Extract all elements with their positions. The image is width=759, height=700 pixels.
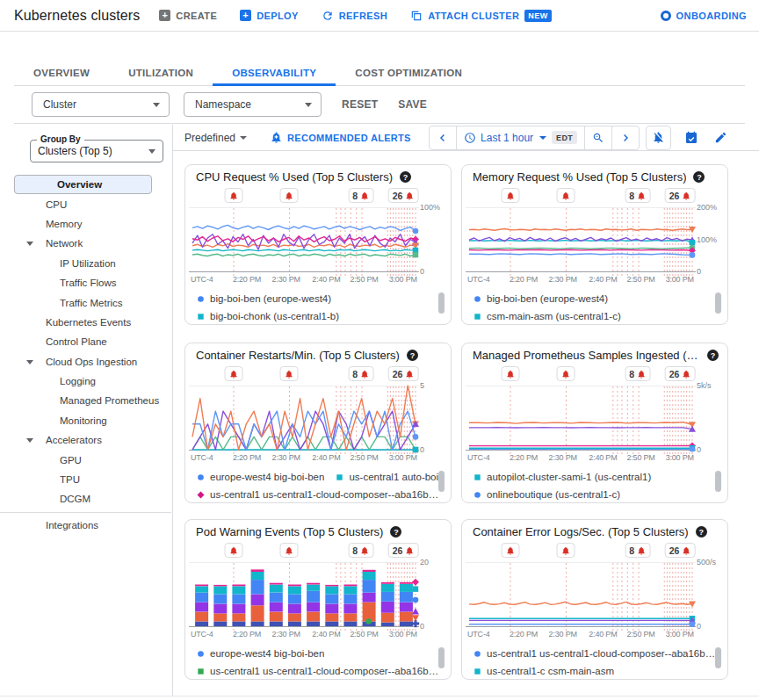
legend-item[interactable]: us-central1 auto-boi	[335, 472, 438, 482]
time-back-button[interactable]	[430, 126, 456, 149]
alert-chip[interactable]: 8	[348, 188, 373, 203]
tab-cost-optimization[interactable]: COST OPTIMIZATION	[336, 61, 481, 86]
sidebar-item-integrations[interactable]: Integrations	[0, 516, 171, 535]
legend-scrollbar[interactable]	[715, 647, 721, 668]
zoom-out-button[interactable]	[584, 126, 611, 149]
calendar-button[interactable]	[683, 129, 700, 147]
chart-card-cpu-request-used-top-5-cluster: CPU Request % Used (Top 5 Clusters)?8261…	[184, 164, 452, 325]
legend-item[interactable]: big-boi-ben (europe-west4)	[196, 293, 331, 304]
alert-chip[interactable]: 26	[388, 188, 419, 203]
tab-observability[interactable]: OBSERVABILITY	[213, 61, 336, 86]
alert-chip[interactable]: 8	[625, 543, 650, 558]
tab-utilization[interactable]: UTILIZATION	[109, 61, 213, 86]
legend-scrollbar[interactable]	[438, 292, 445, 314]
alert-bell-icon	[404, 369, 414, 379]
legend-scrollbar[interactable]	[438, 647, 445, 668]
tab-overview[interactable]: OVERVIEW	[14, 61, 109, 86]
alert-chip[interactable]	[501, 188, 519, 203]
sidebar-item-monitoring[interactable]: Monitoring	[0, 411, 171, 430]
sidebar-item-dcgm[interactable]: DCGM	[0, 489, 171, 509]
legend-item[interactable]: onlineboutique (us-central1-c)	[473, 489, 620, 500]
collapse-arrow-icon[interactable]	[26, 438, 33, 443]
sidebar-item-kubernetes-events[interactable]: Kubernetes Events	[0, 313, 171, 332]
sidebar-item-memory[interactable]: Memory	[0, 214, 171, 234]
legend-item[interactable]: europe-west4 big-boi-ben	[196, 472, 324, 482]
legend-item[interactable]: us-central1-c csm-main-asm	[473, 666, 614, 676]
refresh-button[interactable]: REFRESH	[322, 10, 387, 22]
alert-chip[interactable]: 8	[348, 366, 373, 381]
alert-chip[interactable]	[224, 543, 242, 558]
alert-bell-icon	[636, 369, 646, 379]
attach-cluster-icon	[410, 10, 423, 22]
reset-button[interactable]: RESET	[342, 98, 378, 111]
sidebar-item-tpu[interactable]: TPU	[0, 470, 171, 489]
sidebar-item-traffic-flows[interactable]: Traffic Flows	[0, 273, 171, 292]
alert-chip[interactable]	[501, 366, 519, 381]
alert-chip[interactable]: 26	[665, 366, 696, 381]
x-axis: UTC-42:20 PM2:30 PM2:40 PM2:50 PM3:00 PM	[185, 275, 451, 285]
sidebar-item-traffic-metrics[interactable]: Traffic Metrics	[0, 292, 171, 312]
legend-item[interactable]: us-central1 us-central1-cloud-composer--…	[473, 648, 715, 659]
namespace-filter[interactable]: Namespace	[184, 92, 322, 117]
collapse-arrow-icon[interactable]	[26, 360, 33, 364]
x-axis: UTC-42:20 PM2:30 PM2:40 PM2:50 PM3:00 PM	[462, 453, 727, 463]
alert-chip[interactable]	[557, 543, 575, 558]
alert-chip[interactable]: 8	[625, 366, 650, 381]
alert-chip[interactable]	[224, 366, 242, 381]
alert-chip[interactable]: 8	[348, 543, 373, 558]
recommended-alerts-button[interactable]: RECOMMENDED ALERTS	[270, 131, 411, 144]
alert-chip[interactable]	[557, 188, 575, 203]
legend-item[interactable]: big-boi-ben (europe-west4)	[473, 293, 608, 304]
legend-item[interactable]: csm-main-asm (us-central1-c)	[473, 311, 621, 321]
legend-item[interactable]: us-central1 us-central1-cloud-composer--…	[196, 489, 438, 500]
sidebar-item-control-plane[interactable]: Control Plane	[0, 332, 171, 351]
group-by-label: Group By	[37, 134, 84, 144]
sidebar-item-managed-prometheus[interactable]: Managed Prometheus	[0, 391, 171, 410]
cluster-filter[interactable]: Cluster	[32, 92, 170, 117]
alert-chip[interactable]: 26	[388, 543, 419, 558]
timezone-label: UTC-4	[191, 630, 213, 639]
time-range-dropdown[interactable]: Last 1 hour EDT	[456, 126, 584, 149]
edit-button[interactable]	[712, 129, 729, 147]
deploy-button[interactable]: + DEPLOY	[240, 10, 299, 21]
x-axis-label: 2:30 PM	[549, 453, 577, 462]
alert-chip[interactable]	[280, 188, 299, 203]
alert-chip[interactable]	[224, 188, 242, 203]
alert-bell-icon	[505, 191, 515, 201]
legend-scrollbar[interactable]	[438, 471, 445, 492]
sidebar-item-cpu[interactable]: CPU	[0, 194, 171, 213]
alerts-off-button[interactable]	[646, 126, 671, 150]
group-by-select[interactable]: Group By Clusters (Top 5)	[30, 140, 163, 162]
legend-scrollbar[interactable]	[715, 471, 721, 492]
save-button[interactable]: SAVE	[398, 98, 427, 111]
create-button[interactable]: + CREATE	[159, 10, 217, 21]
attach-cluster-button[interactable]: ATTACH CLUSTER NEW	[410, 10, 551, 22]
legend-item[interactable]: big-boi-chonk (us-central1-b)	[196, 311, 339, 321]
alert-chip[interactable]: 26	[665, 543, 696, 558]
sidebar-item-gpu[interactable]: GPU	[0, 450, 171, 469]
sidebar-item-network[interactable]: Network	[0, 234, 171, 253]
collapse-arrow-icon[interactable]	[26, 242, 33, 246]
alert-chip[interactable]: 26	[388, 366, 419, 381]
predefined-dropdown[interactable]: Predefined	[184, 132, 247, 144]
legend-marker-square	[196, 667, 206, 676]
time-forward-button[interactable]	[611, 126, 639, 149]
alert-chip[interactable]: 26	[665, 188, 696, 203]
alert-chip[interactable]	[501, 543, 519, 558]
sidebar-item-cloud-ops-ingestion[interactable]: Cloud Ops Ingestion	[0, 352, 171, 372]
sidebar-item-overview[interactable]: Overview	[14, 175, 152, 194]
sidebar-item-accelerators[interactable]: Accelerators	[0, 430, 171, 450]
sidebar-item-ip-utilization[interactable]: IP Utilization	[0, 254, 171, 273]
alert-bell-icon	[561, 369, 571, 379]
legend-item[interactable]: us-central1 us-central1-cloud-composer--…	[196, 666, 438, 676]
alert-chip[interactable]	[280, 543, 299, 558]
alert-chip[interactable]	[280, 366, 299, 381]
alert-chip[interactable]: 8	[625, 188, 650, 203]
legend-item[interactable]: europe-west4 big-boi-ben	[196, 648, 324, 659]
alert-chip[interactable]	[557, 366, 575, 381]
onboarding-button[interactable]: ONBOARDING	[661, 11, 747, 21]
legend-item[interactable]: autopilot-cluster-sami-1 (us-central1)	[473, 472, 651, 482]
chevron-down-icon	[148, 149, 155, 154]
legend-scrollbar[interactable]	[715, 292, 721, 314]
sidebar-item-logging[interactable]: Logging	[0, 372, 171, 391]
